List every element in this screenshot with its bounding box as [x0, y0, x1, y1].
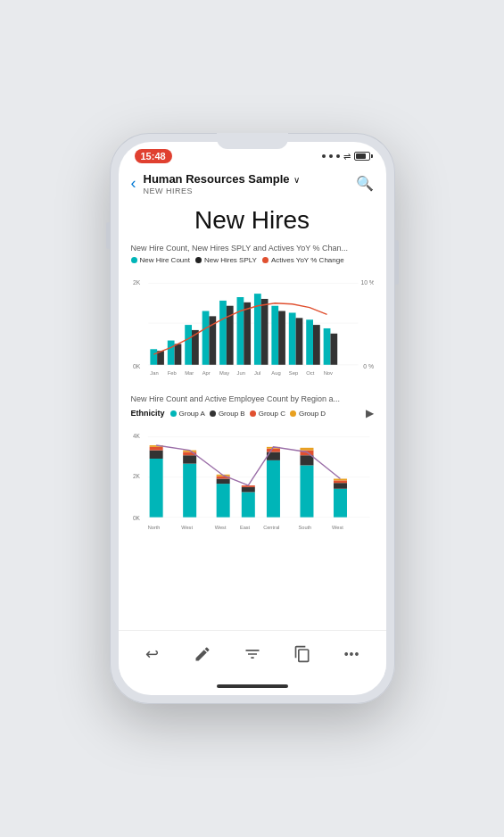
svg-rect-72 — [333, 478, 346, 480]
legend-item-group-b: Group B — [210, 410, 245, 418]
svg-rect-63 — [266, 449, 279, 452]
legend-label-group-b: Group B — [219, 410, 245, 418]
svg-rect-25 — [306, 319, 313, 365]
svg-rect-27 — [323, 328, 330, 365]
legend-dot-group-b — [210, 410, 216, 417]
status-icons: ⇌ — [322, 152, 370, 162]
svg-text:South: South — [298, 525, 311, 530]
copy-icon — [293, 645, 311, 663]
back-button[interactable]: ‹ — [131, 174, 136, 193]
status-time: 15:48 — [135, 149, 172, 163]
svg-rect-68 — [300, 448, 313, 451]
chart1-legend: New Hire Count New Hires SPLY Actives Yo… — [131, 256, 374, 264]
chart2-svg: 4K 2K 0K — [131, 423, 374, 548]
svg-text:2K: 2K — [132, 279, 140, 286]
wifi-icon: ⇌ — [343, 152, 351, 162]
nav-bar: ‹ Human Resources Sample ∨ NEW HIRES 🔍 — [119, 167, 386, 201]
svg-text:0 %: 0 % — [363, 363, 374, 369]
more-icon: ••• — [344, 647, 360, 661]
svg-rect-20 — [260, 299, 268, 365]
svg-text:West: West — [214, 525, 226, 530]
scroll-right-arrow[interactable]: ▶ — [366, 407, 374, 419]
legend-label-actives-yoy: Actives YoY % Change — [271, 256, 344, 264]
chart1-container: 2K 0K 10 % 0 % — [131, 269, 374, 385]
svg-rect-9 — [167, 341, 174, 365]
toolbar: ↩ ••• — [119, 630, 386, 677]
legend-dot-dark — [195, 257, 202, 263]
svg-rect-11 — [185, 325, 192, 365]
undo-icon: ↩ — [145, 644, 159, 664]
content-area: New Hire Count, New Hires SPLY and Activ… — [119, 244, 386, 630]
page-title: New Hires — [119, 201, 386, 244]
svg-rect-59 — [241, 487, 254, 493]
svg-rect-55 — [216, 478, 229, 484]
svg-text:North: North — [147, 525, 160, 530]
svg-text:East: East — [239, 525, 250, 530]
filter-button[interactable] — [236, 638, 269, 670]
svg-rect-70 — [333, 483, 346, 489]
svg-rect-26 — [313, 325, 320, 365]
chart2-header: Ethnicity Group A Group B Group C — [131, 407, 374, 419]
legend-dot-teal — [131, 257, 137, 263]
svg-text:2K: 2K — [132, 473, 140, 479]
legend-item-group-c: Group C — [250, 410, 285, 418]
signal-dot1 — [322, 154, 326, 158]
svg-text:10 %: 10 % — [360, 279, 374, 286]
legend-item-group-a: Group A — [170, 410, 205, 418]
svg-rect-19 — [253, 294, 260, 365]
svg-rect-13 — [202, 311, 209, 365]
svg-text:Sep: Sep — [288, 370, 297, 376]
copy-button[interactable] — [286, 638, 318, 670]
legend-dot-group-a — [170, 410, 177, 417]
phone-screen: 15:48 ⇌ ‹ Human Resources Sample ∨ NEW H… — [119, 142, 386, 695]
signal-dot2 — [329, 154, 333, 158]
svg-text:Jan: Jan — [150, 370, 158, 376]
chart2-section: New Hire Count and Active Employee Count… — [131, 394, 374, 548]
svg-rect-18 — [244, 302, 251, 365]
legend-label-group-d: Group D — [299, 410, 326, 418]
svg-text:4K: 4K — [132, 433, 140, 439]
svg-rect-47 — [149, 451, 162, 459]
nav-title-block: Human Resources Sample ∨ NEW HIRES — [144, 170, 356, 195]
search-icon[interactable]: 🔍 — [356, 175, 374, 192]
svg-text:West: West — [332, 525, 343, 530]
nav-title: Human Resources Sample — [144, 172, 290, 186]
legend-item-sply: New Hires SPLY — [195, 256, 257, 264]
legend-label-new-hire-count: New Hire Count — [140, 256, 190, 264]
svg-rect-7 — [150, 349, 157, 364]
legend-dot-group-c — [250, 410, 256, 417]
nav-subtitle: NEW HIRES — [144, 186, 356, 195]
chart1-section: New Hire Count, New Hires SPLY and Activ… — [131, 244, 374, 385]
more-button[interactable]: ••• — [336, 638, 368, 670]
svg-rect-17 — [236, 297, 244, 365]
svg-rect-48 — [149, 447, 162, 451]
svg-rect-22 — [278, 311, 285, 365]
svg-rect-54 — [216, 484, 229, 518]
battery-icon — [354, 152, 370, 161]
pen-button[interactable] — [186, 638, 219, 670]
svg-rect-61 — [266, 460, 279, 518]
legend-dot-red — [262, 257, 269, 263]
legend-item-new-hire-count: New Hire Count — [131, 256, 190, 264]
svg-rect-15 — [219, 301, 227, 365]
legend-dot-group-d — [290, 410, 296, 417]
svg-rect-51 — [183, 455, 196, 463]
nav-title-row: Human Resources Sample ∨ — [144, 170, 356, 186]
svg-text:Nov: Nov — [323, 370, 332, 376]
pen-icon — [194, 645, 211, 663]
svg-rect-23 — [288, 312, 295, 364]
chart2-legend: Group A Group B Group C Group D — [170, 410, 366, 418]
chart2-container: 4K 2K 0K — [131, 423, 374, 548]
ethnicity-label: Ethnicity — [131, 409, 165, 418]
undo-button[interactable]: ↩ — [136, 638, 169, 670]
svg-rect-10 — [174, 344, 181, 364]
notch — [217, 133, 288, 149]
svg-text:0K: 0K — [132, 515, 140, 521]
nav-dropdown-icon[interactable]: ∨ — [293, 175, 300, 185]
legend-item-actives-yoy: Actives YoY % Change — [262, 256, 344, 264]
svg-rect-66 — [300, 455, 313, 465]
svg-text:Central: Central — [263, 525, 279, 530]
home-bar — [217, 684, 288, 688]
svg-rect-71 — [333, 480, 346, 483]
svg-rect-46 — [149, 459, 162, 518]
